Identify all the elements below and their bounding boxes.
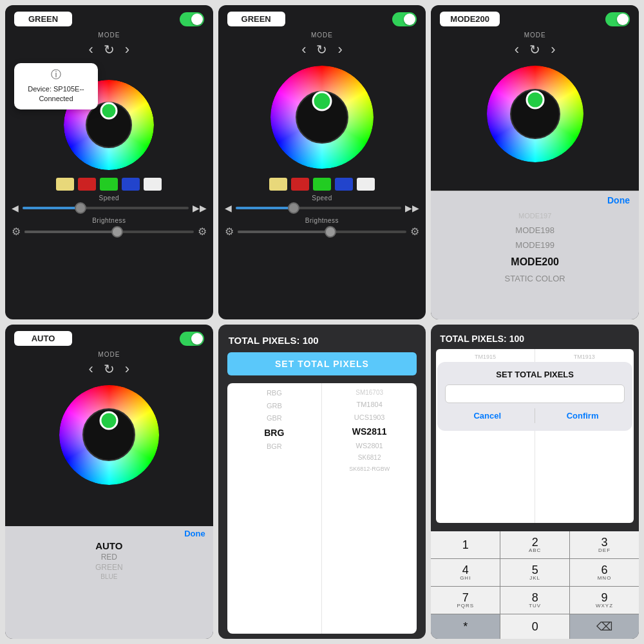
- panel-1: GREEN MODE ‹ ↻ ›: [5, 5, 213, 319]
- numpad-backspace[interactable]: ⌫: [570, 614, 639, 639]
- chevron-right-3[interactable]: ›: [551, 41, 555, 58]
- slider-section-speed-1: Speed ◀ ▶▶: [5, 194, 213, 217]
- device-text-1: Device: SP105E-- Connected: [22, 84, 90, 104]
- speed-right-2[interactable]: ▶▶: [405, 203, 419, 213]
- chevron-left-3[interactable]: ‹: [515, 41, 519, 58]
- numpad-7[interactable]: 7 PQRS: [431, 587, 500, 614]
- toggle-1[interactable]: [180, 12, 204, 26]
- driver-sk6812rgbw[interactable]: SK6812-RGBW: [349, 464, 390, 474]
- modal-input-6[interactable]: [445, 384, 625, 403]
- mode-label-3: MODE200: [440, 12, 500, 26]
- toggle-3[interactable]: [605, 12, 630, 26]
- picker-overlay-3: Done MODE197 MODE198 MODE199 MODE200 STA…: [431, 191, 639, 319]
- picker-4-red[interactable]: RED: [101, 552, 117, 562]
- picker-item-200[interactable]: MODE200: [511, 253, 559, 271]
- swatch-white-1[interactable]: [144, 178, 162, 191]
- modal-confirm-btn-6[interactable]: Confirm: [540, 408, 625, 423]
- swatch-red-2[interactable]: [291, 178, 309, 191]
- driver-gbr[interactable]: GBR: [267, 412, 282, 425]
- color-wheel-2[interactable]: [270, 66, 374, 169]
- driver-ucs1903[interactable]: UCS1903: [354, 412, 385, 424]
- numpad-3[interactable]: 3 DEF: [570, 531, 639, 558]
- numpad-6: 1 2 ABC 3 DEF 4 GHI 5 JKL 6 MNO: [431, 531, 639, 639]
- chevron-right-2[interactable]: ›: [337, 41, 342, 58]
- gear-left-1[interactable]: ⚙: [12, 225, 21, 238]
- driver-sm16703[interactable]: SM16703: [355, 387, 383, 399]
- swatch-green-2[interactable]: [313, 178, 331, 191]
- set-pixels-btn-5[interactable]: SET TOTAL PIXELS: [227, 352, 417, 375]
- numpad-9[interactable]: 9 WXYZ: [570, 587, 639, 614]
- info-icon-1: ⓘ: [22, 68, 90, 82]
- dialog-overlay-6: TM1915 RGB RBG GRB GBR BRG TM1913 P9813 …: [431, 349, 639, 639]
- picker-4-blue[interactable]: BLUE: [100, 573, 117, 581]
- numpad-6[interactable]: 6 MNO: [570, 559, 639, 586]
- numpad-star[interactable]: *: [431, 614, 500, 639]
- numpad-0[interactable]: 0: [500, 614, 569, 639]
- color-wheel-3[interactable]: [487, 66, 583, 162]
- refresh-1[interactable]: ↻: [104, 42, 115, 57]
- swatch-green-1[interactable]: [100, 178, 118, 191]
- swatch-blue-2[interactable]: [335, 178, 353, 191]
- chevron-right-4[interactable]: ›: [125, 361, 129, 377]
- modal-cancel-btn-6[interactable]: Cancel: [445, 408, 529, 423]
- gear-left-2[interactable]: ⚙: [225, 225, 234, 238]
- brightness-track-1[interactable]: [24, 231, 194, 233]
- numpad-0-num: 0: [532, 620, 538, 634]
- picker-item-198[interactable]: MODE198: [515, 223, 554, 238]
- gear-right-2[interactable]: ⚙: [410, 225, 419, 238]
- picker-item-static[interactable]: STATIC COLOR: [505, 271, 565, 287]
- driver-brg[interactable]: BRG: [264, 425, 284, 440]
- driver-bgr[interactable]: BGR: [267, 440, 282, 453]
- chevron-right-1[interactable]: ›: [125, 41, 129, 58]
- picker-item-197[interactable]: MODE197: [518, 209, 551, 223]
- speed-track-1[interactable]: [23, 207, 189, 209]
- chevron-left-2[interactable]: ‹: [301, 41, 306, 58]
- top-bar-4: AUTO: [5, 325, 213, 350]
- toggle-4[interactable]: [180, 332, 204, 346]
- driver-rbg[interactable]: RBG: [267, 387, 282, 400]
- gear-right-1[interactable]: ⚙: [198, 225, 207, 238]
- driver-tm1804[interactable]: TM1804: [356, 399, 382, 412]
- numpad-4-alpha: GHI: [460, 576, 471, 581]
- swatch-yellow-1[interactable]: [56, 178, 74, 191]
- driver-ws2801[interactable]: WS2801: [356, 440, 383, 453]
- numpad-1[interactable]: 1: [431, 531, 500, 558]
- swatch-blue-1[interactable]: [122, 178, 140, 191]
- numpad-2[interactable]: 2 ABC: [500, 531, 569, 558]
- swatch-white-2[interactable]: [357, 178, 375, 191]
- speed-left-2[interactable]: ◀: [225, 203, 232, 213]
- picker-4-auto[interactable]: AUTO: [95, 540, 122, 552]
- refresh-2[interactable]: ↻: [316, 42, 327, 57]
- speed-left-1[interactable]: ◀: [12, 203, 19, 213]
- panel-6: TOTAL PIXELS: 100 TM1915 RGB RBG GRB GBR…: [431, 325, 639, 639]
- numpad-8-alpha: TUV: [529, 603, 541, 609]
- driver-grb[interactable]: GRB: [267, 400, 282, 413]
- mode-section-3: MODE ‹ ↻ ›: [431, 30, 639, 61]
- top-bar-2: GREEN: [218, 5, 426, 30]
- swatch-yellow-2[interactable]: [269, 178, 287, 191]
- chevron-left-4[interactable]: ‹: [89, 361, 93, 377]
- chevron-left-1[interactable]: ‹: [89, 41, 93, 58]
- speed-track-2[interactable]: [236, 207, 402, 209]
- speed-right-1[interactable]: ▶▶: [193, 203, 207, 213]
- picker-item-199[interactable]: MODE199: [515, 238, 554, 253]
- toggle-2[interactable]: [392, 12, 417, 26]
- swatch-red-1[interactable]: [78, 178, 96, 191]
- numpad-4[interactable]: 4 GHI: [431, 559, 500, 586]
- mode-text-3: MODE: [524, 32, 546, 39]
- numpad-5-num: 5: [532, 564, 538, 576]
- picker-done-btn-3[interactable]: Done: [607, 195, 630, 205]
- numpad-6-alpha: MNO: [598, 576, 612, 581]
- refresh-4[interactable]: ↻: [104, 361, 115, 377]
- refresh-3[interactable]: ↻: [529, 42, 540, 57]
- picker-4-green[interactable]: GREEN: [95, 562, 123, 573]
- driver-ws2811[interactable]: WS2811: [352, 424, 387, 439]
- color-wheel-4[interactable]: [59, 385, 159, 485]
- brightness-track-2[interactable]: [238, 231, 407, 233]
- numpad-5[interactable]: 5 JKL: [500, 559, 569, 586]
- picker-4-done-btn[interactable]: Done: [184, 529, 205, 538]
- driver-sk6812[interactable]: SK6812: [358, 452, 381, 464]
- mode-section-1: MODE ‹ ↻ ›: [5, 30, 213, 61]
- numpad-8[interactable]: 8 TUV: [500, 587, 569, 614]
- color-wheel-svg-2: [270, 66, 374, 169]
